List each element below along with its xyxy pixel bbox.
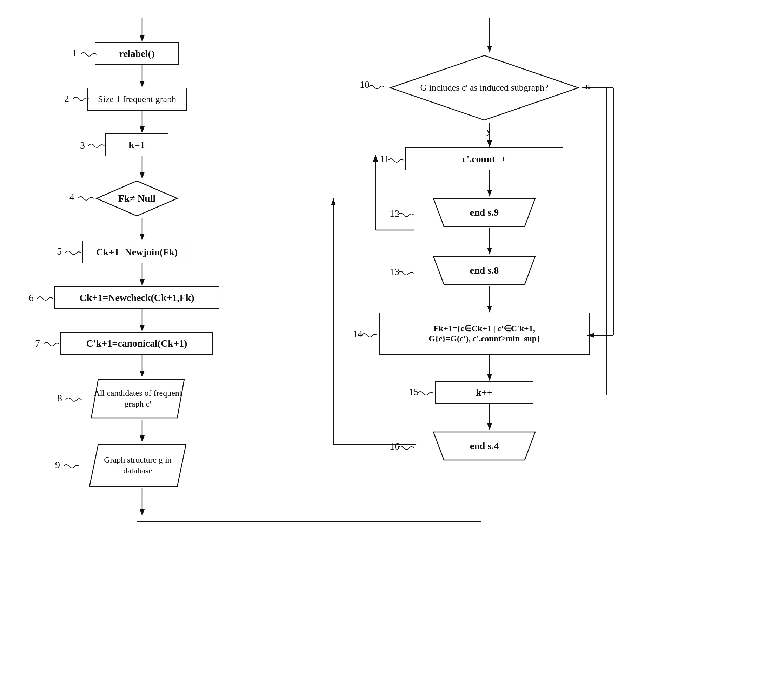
step12-trap: end s.9	[416, 196, 553, 228]
wavy9	[64, 463, 79, 470]
step8-label: All candidates of frequent graph c'	[91, 388, 184, 409]
step16-label: end s.4	[470, 440, 499, 452]
svg-marker-46	[487, 374, 492, 381]
wavy3	[89, 142, 104, 149]
arrow-11-12	[484, 170, 495, 196]
step8-num: 8	[57, 393, 62, 404]
svg-marker-16	[140, 370, 145, 378]
arrow-8-9	[137, 420, 147, 442]
wavy4	[78, 195, 94, 202]
svg-marker-19	[140, 436, 145, 442]
step10-diamond: G includes c' as induced subgraph?	[386, 53, 583, 123]
svg-marker-10	[140, 234, 145, 241]
svg-marker-48	[487, 423, 492, 430]
arrow-9-bottom	[137, 488, 147, 516]
step2-box: Size 1 frequent graph	[87, 88, 187, 111]
step10-num: 10	[360, 79, 369, 90]
arrow-right-entry	[484, 18, 495, 53]
step3-box: k=1	[105, 134, 168, 156]
step1-num: 1	[72, 48, 77, 59]
arrow-15-16	[484, 404, 495, 430]
arrow-n-loop	[582, 86, 621, 337]
arrow-6-7	[137, 309, 147, 332]
svg-marker-22	[140, 509, 145, 516]
step1-label: relabel()	[119, 48, 155, 60]
svg-marker-5	[140, 126, 145, 134]
step4-num: 4	[69, 191, 74, 203]
step11-box: c'.count++	[405, 147, 563, 170]
wavy8	[66, 396, 81, 403]
step10-label: G includes c' as induced subgraph?	[420, 82, 548, 94]
step16-trap: end s.4	[416, 430, 553, 462]
step6-num: 6	[29, 292, 34, 304]
svg-marker-40	[487, 305, 492, 312]
step7-label: C'k+1=canonical(Ck+1)	[86, 337, 187, 350]
step4-diamond: Fk≠ Null	[95, 179, 179, 218]
svg-marker-24	[487, 46, 492, 53]
wavy2	[73, 96, 89, 102]
wavy6	[37, 295, 53, 302]
arrow-entry	[137, 18, 147, 42]
svg-marker-37	[487, 248, 492, 254]
svg-marker-3	[140, 81, 145, 88]
step9-label: Graph structure g in database	[89, 454, 186, 476]
arrow-16-loop-s4	[323, 196, 418, 446]
svg-marker-44	[587, 333, 594, 338]
svg-marker-52	[331, 198, 336, 205]
svg-marker-35	[373, 155, 378, 162]
wavy15	[418, 390, 433, 397]
step14-label: Fk+1={c∈Ck+1 | c'∈C'k+1, G{c}=G(c'), c'.…	[428, 324, 540, 344]
arrow-3-4	[137, 156, 147, 179]
arrow-4-5	[137, 218, 147, 241]
wavy7	[43, 341, 59, 348]
step9-num: 9	[55, 459, 60, 470]
wavy5	[65, 249, 81, 256]
step5-num: 5	[57, 246, 62, 257]
arrow-5-6	[137, 263, 147, 286]
svg-marker-29	[487, 140, 492, 147]
wavy1	[81, 51, 97, 58]
step13-trap: end s.8	[416, 254, 553, 286]
arrow-13-14	[484, 286, 495, 312]
arrow-7-8	[137, 355, 147, 378]
svg-marker-31	[487, 190, 492, 196]
step2-num: 2	[64, 93, 69, 104]
arrow-14-15	[484, 355, 495, 381]
step12-label: end s.9	[470, 206, 499, 218]
step1-box: relabel()	[95, 42, 179, 65]
step15-label: k++	[476, 387, 492, 399]
step11-label: c'.count++	[462, 153, 506, 165]
arrow-s9-to-right	[137, 516, 400, 527]
arrow-y-11	[484, 123, 495, 147]
step5-label: Ck+1=Newjoin(Fk)	[96, 246, 178, 258]
step9-trap: Graph structure g in database	[82, 442, 193, 488]
svg-marker-12	[140, 279, 145, 286]
flowchart-container: relabel() 1 Size 1 frequent graph 2 k=1 …	[0, 0, 784, 695]
step6-label: Ck+1=Newcheck(Ck+1,Fk)	[79, 292, 194, 304]
step3-label: k=1	[129, 139, 145, 151]
step2-label: Size 1 frequent graph	[98, 93, 176, 106]
step13-label: end s.8	[470, 264, 499, 276]
step8-trap: All candidates of frequent graph c'	[84, 378, 191, 420]
step3-num: 3	[80, 140, 85, 151]
wavy10	[369, 84, 384, 91]
step6-box: Ck+1=Newcheck(Ck+1,Fk)	[54, 286, 219, 309]
arrow-12-13	[484, 228, 495, 254]
step7-num: 7	[35, 338, 40, 349]
step15-box: k++	[435, 381, 534, 404]
arrow-2-3	[137, 111, 147, 134]
step7-box: C'k+1=canonical(Ck+1)	[60, 332, 213, 355]
arrow-1-2	[137, 65, 147, 88]
svg-marker-14	[140, 325, 145, 332]
step4-label: Fk≠ Null	[118, 192, 155, 205]
step5-box: Ck+1=Newjoin(Fk)	[82, 241, 191, 263]
svg-marker-7	[140, 172, 145, 179]
svg-marker-1	[140, 35, 145, 42]
